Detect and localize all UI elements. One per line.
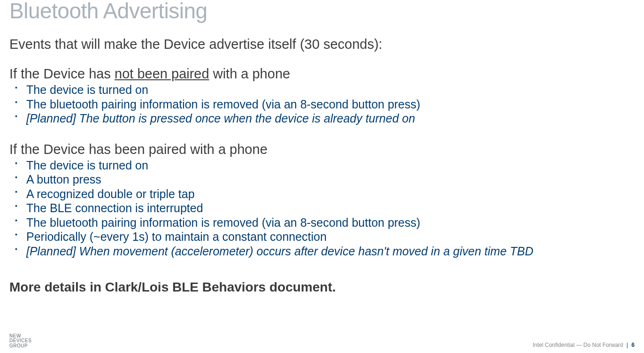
list-item: The BLE connection is interrupted [26, 201, 635, 215]
footer-brand: NEW DEVICES GROUP [9, 334, 31, 349]
list-item: Periodically (~every 1s) to maintain a c… [26, 230, 635, 244]
list-item-planned: [Planned] When movement (accelerometer) … [26, 244, 635, 259]
footer-page-number: 6 [631, 342, 635, 348]
section1-heading: If the Device has not been paired with a… [9, 66, 635, 82]
footer-confidential: Intel Confidential — Do Not Forward [533, 342, 623, 348]
list-item-planned: [Planned] The button is pressed once whe… [26, 111, 635, 126]
footer-meta: Intel Confidential — Do Not Forward | 6 [533, 342, 635, 348]
intro-line: Events that will make the Device adverti… [9, 37, 635, 52]
section2-list: The device is turned on A button press A… [9, 158, 635, 259]
list-item: The device is turned on [26, 83, 635, 97]
section1-heading-pre: If the Device has [9, 66, 115, 81]
section1-list: The device is turned on The bluetooth pa… [9, 83, 635, 126]
section2-heading: If the Device has been paired with a pho… [9, 142, 635, 157]
section1-heading-underline: not been paired [115, 66, 209, 81]
list-item: A button press [26, 172, 635, 187]
list-item: A recognized double or triple tap [26, 187, 635, 201]
list-item: The bluetooth pairing information is rem… [26, 215, 635, 230]
list-item: The bluetooth pairing information is rem… [26, 97, 635, 112]
footer-separator: | [627, 342, 628, 348]
footer-brand-line: DEVICES [9, 338, 31, 344]
reference-line: More details in Clark/Lois BLE Behaviors… [9, 280, 635, 295]
footer: NEW DEVICES GROUP Intel Confidential — D… [9, 334, 635, 349]
section1-heading-post: with a phone [209, 66, 291, 81]
slide-title: Bluetooth Advertising [9, 0, 635, 23]
list-item: The device is turned on [26, 158, 635, 173]
slide: Bluetooth Advertising Events that will m… [0, 0, 644, 351]
footer-brand-line: GROUP [9, 344, 31, 349]
